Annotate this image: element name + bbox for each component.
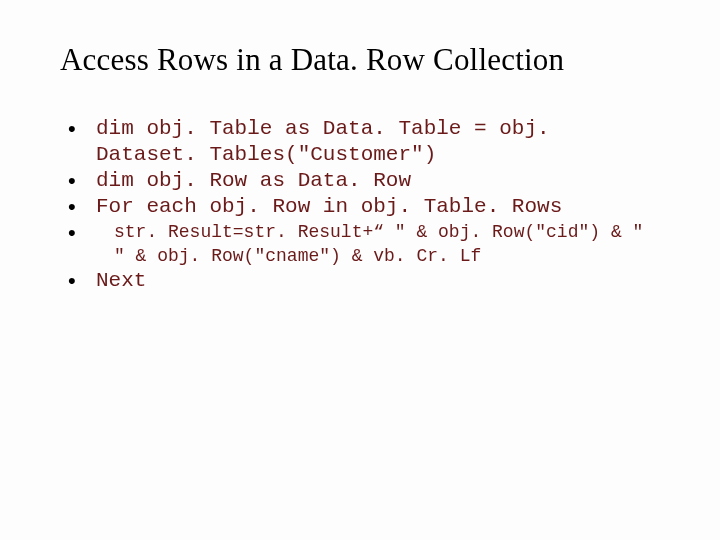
code-line: Next [96,269,146,292]
code-line: dim obj. Table as Data. Table = obj. Dat… [96,117,562,166]
code-line: dim obj. Row as Data. Row [96,169,411,192]
slide-title: Access Rows in a Data. Row Collection [60,42,660,78]
list-item: dim obj. Row as Data. Row [68,168,660,194]
list-item: For each obj. Row in obj. Table. Rows [68,194,660,220]
slide: Access Rows in a Data. Row Collection di… [0,0,720,540]
bullet-list: dim obj. Table as Data. Table = obj. Dat… [60,116,660,294]
code-line: For each obj. Row in obj. Table. Rows [96,195,562,218]
code-line: str. Result=str. Result+“ " & obj. Row("… [96,220,660,268]
list-item: Next [68,268,660,294]
list-item: str. Result=str. Result+“ " & obj. Row("… [68,220,660,268]
list-item: dim obj. Table as Data. Table = obj. Dat… [68,116,660,168]
